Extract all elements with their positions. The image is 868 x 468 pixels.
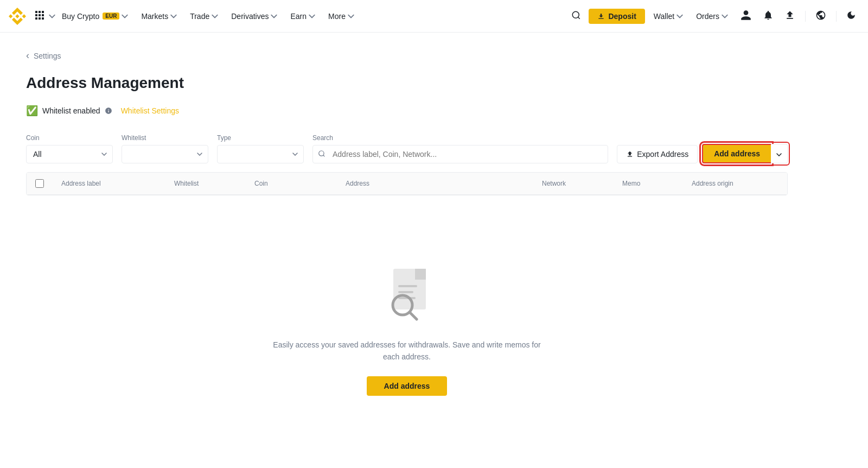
search-button[interactable] [568,7,584,25]
svg-rect-15 [398,291,413,293]
wallet-nav[interactable]: Wallet [649,12,687,21]
logo[interactable] [9,8,26,25]
nav-right: Deposit Wallet Orders [568,7,859,25]
add-address-dropdown-icon [776,153,782,156]
svg-rect-3 [35,14,37,16]
svg-point-10 [319,150,324,155]
whitelist-check-icon: ✅ [26,105,38,117]
export-icon [626,150,634,158]
whitelist-status-text: Whitelist enabled [42,106,100,115]
deposit-button[interactable]: Deposit [589,9,644,24]
search-icon [571,10,581,20]
svg-rect-6 [35,17,37,20]
export-address-button[interactable]: Export Address [617,145,698,163]
svg-rect-14 [398,285,417,287]
trade-chevron-icon [212,13,218,20]
whitelist-filter-label: Whitelist [122,134,208,142]
grid-menu-button[interactable] [33,8,47,24]
whitelist-settings-link[interactable]: Whitelist Settings [121,106,179,115]
buy-crypto-chevron-icon [122,13,128,20]
orders-nav[interactable]: Orders [692,12,732,21]
nav-item-markets[interactable]: Markets [135,0,183,33]
back-arrow-icon: ‹ [26,50,29,61]
globe-icon [815,10,826,21]
whitelist-filter-select[interactable] [122,145,208,163]
search-label: Search [312,134,608,142]
nav-item-buy-crypto[interactable]: Buy Crypto EUR [55,0,135,33]
deposit-icon [597,12,605,20]
nav-item-earn[interactable]: Earn [284,0,322,33]
add-address-button[interactable]: Add address [702,144,771,163]
wallet-chevron-icon [676,13,683,20]
svg-rect-1 [39,11,41,13]
filters-row: Coin All Whitelist Type Search [26,134,788,163]
more-chevron-icon [348,13,354,20]
nav-item-more[interactable]: More [322,0,361,33]
th-checkbox [35,179,57,188]
svg-rect-5 [42,14,44,16]
th-network: Network [542,179,618,188]
type-filter-label: Type [217,134,304,142]
table-header: Address label Whitelist Coin Address Net… [27,173,787,195]
search-field-icon [318,150,326,157]
dark-mode-button[interactable] [843,8,859,24]
whitelist-status: ✅ Whitelist enabled Whitelist Settings [26,105,788,117]
nav-item-derivatives[interactable]: Derivatives [225,0,284,33]
svg-rect-2 [42,11,44,13]
derivatives-chevron-icon [271,13,277,20]
svg-line-18 [410,312,417,319]
th-address-label: Address label [61,179,170,188]
coin-filter-group: Coin All [26,134,113,163]
search-input[interactable] [312,145,608,163]
type-filter-group: Type [217,134,304,163]
search-input-icon [318,150,326,159]
nav-divider-2 [836,11,837,22]
add-address-highlight-wrap: Add address [702,144,788,163]
svg-point-9 [573,11,579,18]
profile-button[interactable] [737,7,755,25]
nav-items: Buy Crypto EUR Markets Trade Derivatives… [55,0,568,33]
moon-icon [846,10,856,20]
info-icon[interactable] [105,107,112,115]
address-table: Address label Whitelist Coin Address Net… [26,172,788,195]
th-whitelist: Whitelist [174,179,250,188]
th-memo: Memo [622,179,687,188]
coin-filter-select[interactable]: All [26,145,113,163]
empty-state: Easily access your saved addresses for w… [26,217,788,439]
upload-icon [784,10,795,21]
binance-logo-icon [9,8,26,25]
grid-icon [35,10,44,20]
page-title: Address Management [26,74,788,92]
svg-rect-13 [415,269,426,280]
whitelist-filter-group: Whitelist [122,134,208,163]
svg-rect-0 [35,11,37,13]
svg-rect-4 [39,14,41,16]
th-address: Address [346,179,538,188]
bell-icon [763,10,774,21]
navbar: Buy Crypto EUR Markets Trade Derivatives… [0,0,868,33]
add-address-dropdown-button[interactable] [771,144,788,163]
orders-chevron-icon [722,13,728,20]
actions-right: Export Address Add address [617,144,788,163]
select-all-checkbox[interactable] [35,179,44,188]
th-address-origin: Address origin [692,179,778,188]
nav-divider [805,11,806,22]
empty-state-description: Easily access your saved addresses for w… [271,339,542,363]
svg-rect-8 [42,17,44,20]
th-coin: Coin [254,179,341,188]
notifications-button[interactable] [760,8,777,24]
search-group: Search [312,134,608,163]
type-filter-select[interactable] [217,145,304,163]
nav-item-trade[interactable]: Trade [183,0,225,33]
language-button[interactable] [812,8,829,24]
earn-chevron-icon [309,13,315,20]
grid-chevron-icon [49,13,55,20]
upload-button[interactable] [781,8,799,24]
profile-icon [740,9,752,21]
coin-filter-label: Coin [26,134,113,142]
add-address-main-button[interactable]: Add address [367,376,448,396]
empty-icon [374,261,439,326]
breadcrumb[interactable]: ‹ Settings [26,50,788,61]
main-content: ‹ Settings Address Management ✅ Whitelis… [0,33,814,457]
svg-rect-7 [39,17,41,20]
